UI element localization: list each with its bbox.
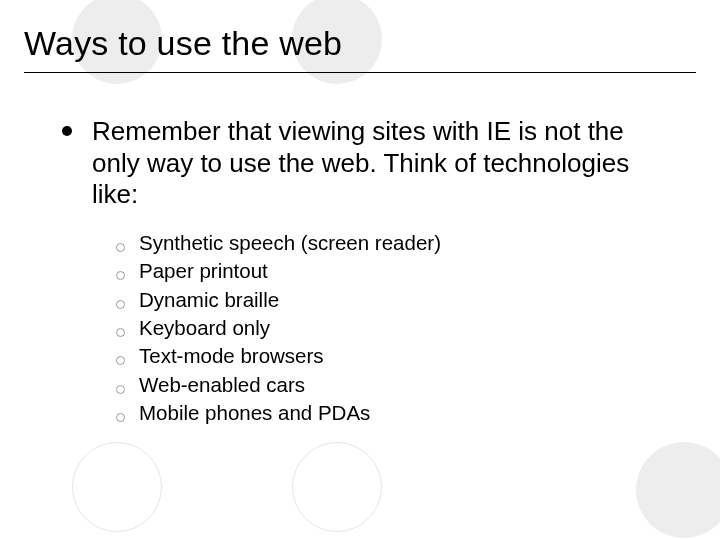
list-item-text: Synthetic speech (screen reader) [139, 229, 441, 257]
decorative-circle [72, 442, 162, 532]
disc-bullet-icon [62, 126, 72, 136]
list-item-text: Web-enabled cars [139, 371, 305, 399]
circle-bullet-icon [116, 243, 125, 252]
sub-list: Synthetic speech (screen reader) Paper p… [116, 229, 678, 427]
list-item: Text-mode browsers [116, 342, 678, 370]
circle-bullet-icon [116, 385, 125, 394]
intro-text: Remember that viewing sites with IE is n… [92, 116, 678, 211]
title-underline [24, 72, 696, 73]
circle-bullet-icon [116, 413, 125, 422]
list-item-text: Keyboard only [139, 314, 270, 342]
list-item-text: Text-mode browsers [139, 342, 324, 370]
bullet-level-1: Remember that viewing sites with IE is n… [62, 116, 678, 211]
slide-body: Remember that viewing sites with IE is n… [62, 116, 678, 427]
slide-title: Ways to use the web [24, 24, 342, 63]
list-item: Keyboard only [116, 314, 678, 342]
list-item: Dynamic braille [116, 286, 678, 314]
circle-bullet-icon [116, 356, 125, 365]
list-item: Synthetic speech (screen reader) [116, 229, 678, 257]
list-item-text: Dynamic braille [139, 286, 279, 314]
list-item-text: Mobile phones and PDAs [139, 399, 370, 427]
list-item: Mobile phones and PDAs [116, 399, 678, 427]
circle-bullet-icon [116, 328, 125, 337]
list-item: Paper printout [116, 257, 678, 285]
decorative-circle [292, 442, 382, 532]
decorative-circle [636, 442, 720, 538]
list-item: Web-enabled cars [116, 371, 678, 399]
circle-bullet-icon [116, 300, 125, 309]
list-item-text: Paper printout [139, 257, 268, 285]
circle-bullet-icon [116, 271, 125, 280]
